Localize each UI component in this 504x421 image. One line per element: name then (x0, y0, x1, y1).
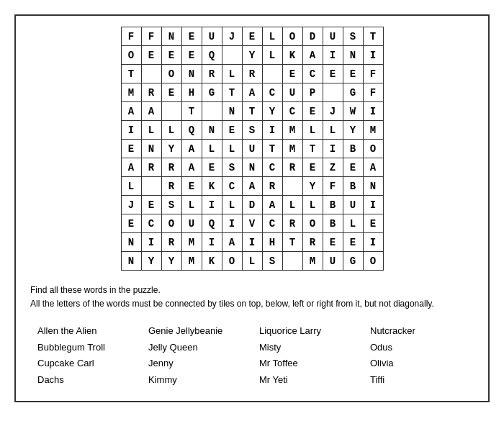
grid-cell: O (121, 46, 141, 65)
grid-cell: C (282, 102, 302, 121)
grid-cell: Q (202, 46, 222, 65)
grid-cell: N (242, 158, 262, 177)
grid-cell: E (343, 233, 363, 252)
grid-cell: C (141, 214, 161, 233)
grid-cell: F (323, 177, 343, 196)
grid-cell: S (222, 158, 242, 177)
grid-cell: E (161, 46, 181, 65)
word-item: Odus (370, 340, 474, 355)
grid-cell: T (121, 65, 141, 83)
grid-cell: O (222, 252, 242, 271)
grid-cell: K (202, 252, 222, 271)
grid-cell: L (262, 46, 282, 65)
word-item: Jelly Queen (148, 340, 252, 355)
grid-cell (141, 177, 161, 196)
grid-cell: B (323, 196, 343, 214)
grid-cell: R (161, 177, 181, 196)
grid-cell: E (323, 65, 343, 83)
grid-cell: O (363, 140, 383, 158)
grid-cell: R (141, 83, 161, 102)
grid-cell: E (302, 158, 323, 177)
grid-cell: Y (262, 102, 282, 121)
grid-cell: U (202, 27, 222, 46)
grid-wrapper: FFNEUJELODUSTOEEEQYLKAINITONRLRECEEFMREH… (30, 27, 474, 271)
grid-cell: Y (343, 121, 363, 140)
grid-cell: A (181, 140, 202, 158)
grid-cell: R (141, 158, 161, 177)
grid-cell: F (121, 27, 141, 46)
grid-cell: T (302, 140, 323, 158)
grid-cell: L (302, 196, 323, 214)
word-item: Misty (259, 340, 363, 355)
instruction-line2: All the letters of the words must be con… (30, 297, 474, 311)
word-column-2: Genie JellybeanieJelly QueenJennyKimmy (148, 324, 252, 386)
grid-cell: L (302, 121, 323, 140)
grid-cell: B (343, 177, 363, 196)
grid-cell: I (141, 233, 161, 252)
grid-cell: E (343, 65, 363, 83)
grid-cell: R (282, 214, 302, 233)
grid-cell: O (161, 214, 181, 233)
grid-cell: N (141, 140, 161, 158)
word-item: Cupcake Carl (37, 356, 141, 371)
grid-cell: M (282, 121, 302, 140)
grid-cell (282, 177, 302, 196)
grid-cell: E (323, 233, 343, 252)
grid-cell: Y (242, 46, 262, 65)
grid-cell: Z (323, 158, 343, 177)
grid-cell: L (202, 140, 222, 158)
grid-cell: A (181, 158, 202, 177)
grid-cell: H (181, 83, 202, 102)
grid-cell: R (282, 158, 302, 177)
grid-cell: R (242, 65, 262, 83)
grid-cell (161, 102, 181, 121)
grid-cell: L (222, 65, 242, 83)
grid-cell: H (262, 233, 282, 252)
word-search-grid: FFNEUJELODUSTOEEEQYLKAINITONRLRECEEFMREH… (121, 27, 384, 271)
grid-cell: Q (181, 121, 202, 140)
grid-cell: I (121, 121, 141, 140)
grid-cell: B (343, 140, 363, 158)
grid-cell: M (363, 121, 383, 140)
grid-cell: M (302, 252, 323, 271)
grid-cell: E (282, 65, 302, 83)
grid-cell: N (363, 177, 383, 196)
word-item: Liquorice Larry (259, 324, 363, 338)
grid-cell: U (181, 214, 202, 233)
grid-cell: I (363, 196, 383, 214)
word-item: Olivia (370, 356, 474, 371)
grid-cell: S (242, 121, 262, 140)
grid-cell: V (242, 214, 262, 233)
grid-cell (262, 65, 282, 83)
grid-cell: C (222, 177, 242, 196)
grid-cell: L (222, 196, 242, 214)
grid-cell: D (302, 27, 323, 46)
grid-cell: E (202, 158, 222, 177)
grid-cell: C (262, 214, 282, 233)
grid-cell: E (363, 214, 383, 233)
puzzle-container: FFNEUJELODUSTOEEEQYLKAINITONRLRECEEFMREH… (14, 14, 490, 402)
grid-cell: M (181, 252, 202, 271)
grid-cell: E (242, 27, 262, 46)
grid-cell: A (302, 46, 323, 65)
grid-cell: L (242, 252, 262, 271)
word-item: Mr Yeti (259, 373, 363, 387)
grid-cell: U (242, 140, 262, 158)
grid-cell: L (141, 121, 161, 140)
grid-cell: N (181, 65, 202, 83)
grid-cell: F (363, 83, 383, 102)
grid-cell: L (282, 196, 302, 214)
grid-cell: L (181, 196, 202, 214)
grid-cell: O (302, 214, 323, 233)
grid-cell: J (222, 27, 242, 46)
word-item: Allen the Alien (37, 324, 141, 338)
grid-cell: O (363, 252, 383, 271)
word-item: Nutcracker (370, 324, 474, 338)
grid-cell: N (121, 252, 141, 271)
grid-cell: I (323, 46, 343, 65)
grid-cell: I (202, 233, 222, 252)
grid-cell: Y (141, 252, 161, 271)
instructions: Find all these words in the puzzle. All … (30, 284, 474, 311)
grid-cell: W (343, 102, 363, 121)
grid-cell (141, 65, 161, 83)
